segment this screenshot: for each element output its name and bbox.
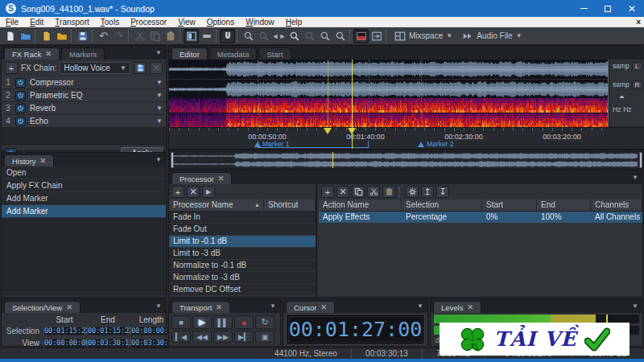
- timeline-ruler[interactable]: 00:00:50:00 00:01:40:00 00:02:30:00 00:0…: [169, 127, 644, 149]
- tab-cursor[interactable]: Cursor✕: [286, 301, 335, 313]
- pan-button[interactable]: ◄►: [271, 29, 287, 43]
- tab-close-icon[interactable]: ✕: [40, 157, 47, 165]
- redo-button[interactable]: ↷: [111, 29, 126, 43]
- tab-selection-view[interactable]: Selection/View✕: [4, 301, 80, 313]
- chevron-down-icon[interactable]: ▼: [156, 79, 163, 86]
- fx-slot-echo[interactable]: 4 Echo ▼: [2, 115, 166, 128]
- new-audio-file-button[interactable]: [39, 29, 54, 43]
- import-actions-button[interactable]: ↥: [421, 186, 434, 198]
- tab-processor[interactable]: Processor✕: [171, 172, 232, 184]
- menu-help[interactable]: Help: [280, 17, 308, 27]
- marker1-icon[interactable]: [254, 142, 261, 147]
- duplicate-action-button[interactable]: [352, 186, 365, 198]
- menu-view[interactable]: View: [172, 17, 201, 27]
- power-icon[interactable]: [15, 104, 26, 113]
- chevron-down-icon[interactable]: ▼: [156, 105, 163, 112]
- action-settings-button[interactable]: [406, 186, 419, 198]
- right-channel-button[interactable]: R: [632, 80, 642, 89]
- marker2-icon[interactable]: [418, 142, 424, 147]
- history-item[interactable]: Open: [2, 167, 166, 179]
- mixspace-dropdown[interactable]: Mixspace ▼: [390, 29, 457, 43]
- cut-button[interactable]: [132, 29, 147, 43]
- record-button[interactable]: ●: [234, 315, 254, 329]
- maximize-button[interactable]: [596, 0, 620, 17]
- panel-menu-icon[interactable]: ▼: [270, 302, 276, 310]
- add-action-button[interactable]: +: [321, 186, 334, 198]
- tab-close-icon[interactable]: ✕: [216, 303, 222, 311]
- rewind-button[interactable]: ◀◀: [192, 331, 212, 343]
- col-processor-name[interactable]: Processor Name▲: [169, 200, 264, 211]
- go-to-start-button[interactable]: ▎◀: [171, 331, 191, 343]
- col-action-start[interactable]: Start: [482, 200, 537, 211]
- play-button[interactable]: ▶: [192, 315, 212, 329]
- col-action-end[interactable]: End: [537, 200, 591, 211]
- power-icon[interactable]: [15, 117, 26, 126]
- add-fx-button[interactable]: +: [5, 62, 18, 74]
- panel-menu-icon[interactable]: ▼: [155, 302, 162, 310]
- waveform-display[interactable]: sampL sampR: [169, 60, 644, 98]
- save-button[interactable]: [75, 29, 90, 43]
- tab-close-icon[interactable]: ✕: [66, 303, 72, 311]
- paste-action-button[interactable]: [382, 186, 395, 198]
- open-audio-file-button[interactable]: [54, 29, 69, 43]
- col-action-name[interactable]: Action Name: [319, 200, 402, 211]
- go-to-end-button[interactable]: ▶▎: [234, 331, 254, 343]
- minimize-button[interactable]: [572, 0, 596, 17]
- processor-row[interactable]: Fade Out: [169, 224, 316, 236]
- col-selection[interactable]: Selection: [402, 200, 482, 211]
- selection-end-field[interactable]: 00:01:15:22: [87, 326, 129, 336]
- fx-slot-parametric-eq[interactable]: 2 Parametric EQ ▼: [2, 89, 166, 102]
- snap-magnet-button[interactable]: [220, 29, 235, 43]
- close-button[interactable]: ✕: [620, 0, 644, 17]
- history-item[interactable]: Apply FX Chain: [2, 179, 166, 192]
- audio-file-dropdown[interactable]: Audio File ▼: [457, 29, 526, 43]
- undo-button[interactable]: ↶: [96, 29, 111, 43]
- tab-close-icon[interactable]: ✕: [45, 50, 52, 58]
- fx-slot-reverb[interactable]: 3 Reverb ▼: [2, 102, 166, 115]
- menu-processor[interactable]: Processor: [125, 17, 172, 27]
- zoom-out-button[interactable]: [332, 29, 348, 43]
- cursor-time-display[interactable]: 00:01:27:00: [287, 315, 423, 343]
- paste-button[interactable]: [163, 29, 178, 43]
- tab-close-icon[interactable]: ✕: [467, 303, 473, 311]
- open-file-button[interactable]: [18, 29, 33, 43]
- panel-menu-icon[interactable]: ▼: [417, 302, 423, 310]
- tab-fx-rack[interactable]: FX Rack✕: [4, 47, 60, 60]
- menu-edit[interactable]: Edit: [24, 17, 49, 27]
- delete-action-button[interactable]: ✕: [336, 186, 349, 198]
- processor-row[interactable]: Normalize to -0.1 dB: [169, 260, 316, 272]
- panel-menu-icon[interactable]: ▼: [632, 174, 638, 181]
- chevron-down-icon[interactable]: ▼: [156, 92, 163, 99]
- spectrogram-display[interactable]: Hz Hz: [169, 98, 644, 127]
- delete-fx-chain-button[interactable]: ✕: [150, 62, 163, 74]
- tab-metadata[interactable]: Metadata: [209, 47, 258, 60]
- power-icon[interactable]: [15, 78, 26, 88]
- run-processor-button[interactable]: ▶: [202, 186, 215, 198]
- selection-start-handle[interactable]: [324, 128, 332, 134]
- new-file-button[interactable]: [2, 29, 18, 43]
- zoom-out-selection-button[interactable]: [256, 29, 271, 43]
- loop-button[interactable]: ↻: [255, 315, 275, 329]
- processor-row[interactable]: Normalize to -3 dB: [169, 272, 316, 284]
- selection-length-field[interactable]: 00:00:00:00: [130, 326, 172, 336]
- export-actions-button[interactable]: ↧: [436, 186, 449, 198]
- stop-at-marker-button[interactable]: ▣: [255, 331, 275, 343]
- panel-menu-icon[interactable]: ▼: [155, 49, 162, 56]
- tab-markers[interactable]: Markers: [61, 47, 105, 60]
- save-fx-chain-button[interactable]: [134, 62, 147, 74]
- switch-editor-button[interactable]: [369, 29, 384, 43]
- fast-forward-button[interactable]: ▶▶: [213, 331, 233, 343]
- panel-menu-icon[interactable]: ▼: [632, 302, 638, 310]
- zoom-in-button[interactable]: [317, 29, 332, 43]
- cut-action-button[interactable]: [367, 186, 380, 198]
- spectral-view-button[interactable]: [353, 29, 369, 43]
- delete-processor-button[interactable]: ✕: [187, 186, 200, 198]
- menu-tools[interactable]: Tools: [95, 17, 125, 27]
- document-close-icon[interactable]: ×: [636, 18, 641, 27]
- tab-start[interactable]: Start: [258, 47, 291, 60]
- selection-start-field[interactable]: 00:01:15:22: [43, 326, 85, 336]
- col-shortcut[interactable]: Shortcut: [264, 200, 316, 211]
- processor-row[interactable]: Fade In: [169, 212, 316, 224]
- copy-button[interactable]: [147, 29, 163, 43]
- tab-transport[interactable]: Transport✕: [171, 301, 230, 313]
